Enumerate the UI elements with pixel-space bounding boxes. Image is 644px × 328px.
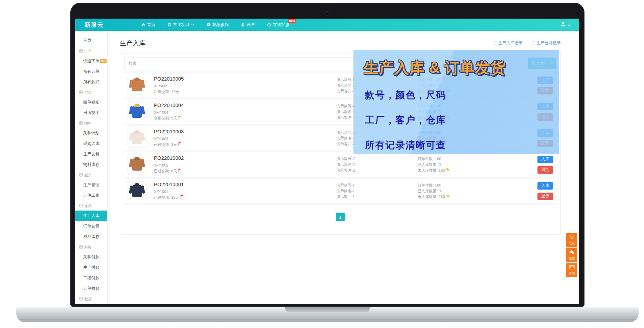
page-number[interactable]: 1 bbox=[336, 213, 345, 221]
demo-style-name: 演示款名-1 bbox=[337, 188, 418, 194]
table-icon bbox=[79, 297, 83, 301]
sidebar-item[interactable]: 订单发货 bbox=[75, 221, 107, 232]
style-code: XFY-002 bbox=[154, 162, 337, 168]
new-badge: new bbox=[288, 19, 296, 23]
calendar-icon bbox=[79, 90, 83, 95]
demo-style-no: 演示款号-2 bbox=[337, 156, 418, 162]
return-button[interactable]: 退货 bbox=[537, 193, 553, 200]
money-icon bbox=[79, 245, 83, 249]
tag-icon bbox=[446, 168, 450, 173]
sidebar-item[interactable]: 跟单视图 bbox=[75, 97, 107, 108]
laptop-mockup: 新服云 首页 常用功能 视频教程 bbox=[0, 0, 644, 328]
nav-item-online-service[interactable]: 在线客服 new bbox=[267, 22, 289, 28]
sidebar-item[interactable]: 生产付款 bbox=[75, 262, 107, 273]
garment-illustration bbox=[132, 185, 142, 197]
delivery-status: 已过交期:8天 bbox=[154, 168, 337, 174]
laptop-base bbox=[16, 307, 639, 322]
po-number: PO22010005 bbox=[154, 76, 337, 82]
sidebar-item[interactable]: 所有订单 bbox=[75, 66, 107, 77]
hot-badge: hot bbox=[100, 59, 107, 63]
app-screen: 新服云 首页 常用功能 视频教程 bbox=[75, 19, 579, 304]
sidebar-section-label: 生产 bbox=[84, 173, 92, 178]
wechat-contact-button[interactable]: 微信 bbox=[566, 248, 577, 262]
sidebar-section-label: 仓库 bbox=[84, 203, 92, 209]
pending-qty: 未入库数量:160 bbox=[418, 194, 509, 200]
promo-line: 款号，颜色，尺码 bbox=[365, 89, 559, 102]
promo-line: 所有记录清晰可查 bbox=[365, 139, 559, 152]
return-records-link[interactable]: 生产退货记录 bbox=[531, 40, 561, 46]
style-code: XFY-005 bbox=[154, 83, 337, 89]
garment-illustration bbox=[132, 106, 142, 118]
delivery-status: 交期仅剩:9天 bbox=[154, 115, 337, 121]
sidebar-item[interactable]: 采购计划 bbox=[75, 128, 107, 138]
flag-icon bbox=[178, 115, 182, 121]
tag-icon bbox=[446, 194, 450, 200]
promo-title: 生产入库 & 订单发货 bbox=[364, 58, 559, 78]
sidebar-section: 物料 采购计划 采购入库 生产发料 物料库存 bbox=[75, 118, 107, 170]
sidebar-item[interactable]: 采购入库 bbox=[75, 138, 107, 149]
demo-style-name: 演示款名-2 bbox=[337, 162, 418, 168]
sidebar-section: 仓库 生产入库 订单发货 成品库存 bbox=[75, 201, 107, 242]
brand-logo[interactable]: 新服云 bbox=[85, 21, 125, 29]
monitor-icon bbox=[79, 173, 83, 177]
sidebar-section: 进度 跟单视图 日历视图 bbox=[75, 87, 107, 118]
sidebar-section-label: 物料 bbox=[84, 121, 92, 126]
sidebar-item[interactable]: 订单收款 bbox=[75, 283, 107, 294]
sidebar-item-home[interactable]: 首页 bbox=[75, 35, 107, 46]
headset-icon bbox=[267, 23, 271, 27]
inbound-button[interactable]: 入库 bbox=[537, 182, 553, 190]
sidebar-item[interactable]: 生产发料 bbox=[75, 149, 107, 159]
flag-icon bbox=[180, 195, 184, 200]
sidebar-section-label: 订单 bbox=[84, 49, 92, 54]
user-avatar-icon bbox=[560, 22, 566, 28]
record-links: 生产入库记录 生产退货记录 bbox=[492, 40, 561, 46]
laptop-bezel: 新服云 首页 常用功能 视频教程 bbox=[70, 3, 584, 307]
sidebar-section-label: 进度 bbox=[84, 90, 92, 95]
nav-item-common-functions[interactable]: 常用功能 bbox=[167, 22, 194, 28]
help-contact-button[interactable]: 帮助 bbox=[566, 263, 577, 277]
sidebar-item[interactable]: 工段付款 bbox=[75, 273, 107, 283]
video-icon bbox=[206, 23, 211, 27]
sidebar-item[interactable]: 计件工资 bbox=[75, 190, 107, 201]
nav-item-account[interactable]: 账户 bbox=[241, 22, 255, 28]
sidebar-item[interactable]: 日历视图 bbox=[75, 108, 107, 118]
return-button[interactable]: 退货 bbox=[537, 166, 553, 174]
order-qty: 订单件数:160 bbox=[418, 182, 509, 188]
nav-item-home[interactable]: 首页 bbox=[141, 22, 155, 28]
sidebar-item-active[interactable]: 生产入库 bbox=[75, 211, 107, 221]
box-icon bbox=[79, 204, 83, 208]
phone-icon bbox=[569, 235, 574, 241]
garment-illustration bbox=[132, 158, 142, 171]
sidebar-item[interactable]: 统计报表 bbox=[75, 304, 107, 304]
sidebar-item[interactable]: 成品库存 bbox=[75, 232, 107, 242]
po-number: PO22010003 bbox=[154, 129, 337, 134]
delivery-status: 距离交期:12天 bbox=[154, 89, 337, 95]
product-image bbox=[128, 76, 146, 95]
phone-contact-button[interactable]: 电话 bbox=[566, 233, 577, 247]
floating-contact: 电话 微信 帮助 bbox=[566, 233, 577, 277]
po-number: PO22010002 bbox=[154, 155, 337, 161]
sidebar-section-label: 数据 bbox=[84, 297, 92, 302]
delivery-status: 已过交期:3天 bbox=[154, 142, 337, 148]
sidebar-item[interactable]: 采购付款 bbox=[75, 252, 107, 262]
inbound-qty: 已入库数量:0 bbox=[418, 188, 509, 194]
delivery-status: 已过交期:13天 bbox=[154, 195, 337, 200]
inbound-button[interactable]: 入库 bbox=[537, 156, 553, 163]
edit-icon bbox=[79, 49, 83, 53]
sidebar-item[interactable]: 所有款式 bbox=[75, 77, 107, 87]
user-menu[interactable] bbox=[560, 22, 570, 28]
truck-icon bbox=[79, 121, 83, 126]
sidebar-section: 订单 快速下单hot 所有订单 所有款式 bbox=[75, 46, 107, 87]
order-qty: 订单件数:160 bbox=[418, 156, 509, 162]
sidebar-section-label: 财务 bbox=[84, 245, 92, 250]
chevron-down-icon bbox=[191, 24, 194, 26]
product-image bbox=[128, 155, 146, 174]
sidebar: 首页 订单 快速下单hot 所有订单 所有款式 进度 跟单视图 日历视图 物料 bbox=[75, 31, 108, 304]
sidebar-item[interactable]: 物料库存 bbox=[75, 159, 107, 170]
sidebar-item[interactable]: 生产管理 bbox=[75, 180, 107, 190]
nav-item-video-tutorials[interactable]: 视频教程 bbox=[206, 22, 229, 28]
sidebar-item[interactable]: 快速下单hot bbox=[75, 56, 107, 66]
inbound-records-link[interactable]: 生产入库记录 bbox=[492, 40, 523, 46]
style-code: XFY-004 bbox=[154, 110, 337, 115]
demo-customer: 演示客户-1 bbox=[337, 194, 418, 200]
